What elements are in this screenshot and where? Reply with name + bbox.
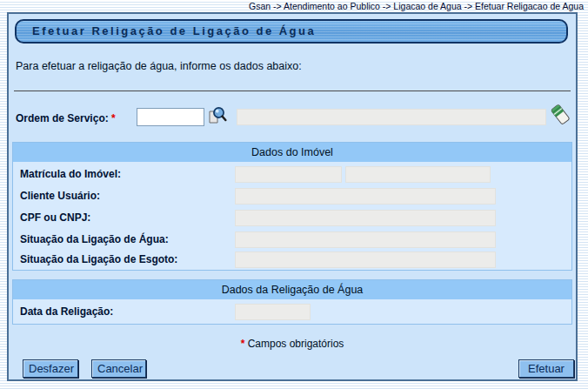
required-asterisk: * (111, 112, 116, 124)
divider (14, 91, 571, 91)
main-panel: Efetuar Religação de Ligação de Água Par… (7, 12, 578, 381)
ordem-servico-input[interactable] (137, 108, 204, 126)
matricula-imovel-field-1 (235, 166, 342, 183)
eraser-icon[interactable] (551, 104, 571, 126)
cpf-cnpj-field (235, 210, 496, 226)
dados-religacao-section: Dados da Religação de Água Data da Relig… (12, 279, 572, 325)
ordem-servico-label-text: Ordem de Serviço: (16, 112, 109, 124)
ordem-servico-description-field (237, 109, 546, 125)
required-asterisk: * (241, 338, 245, 350)
desfazer-button[interactable]: Desfazer (23, 359, 78, 378)
matricula-imovel-field-2 (345, 166, 491, 183)
matricula-imovel-label: Matrícula do Imóvel: (20, 168, 121, 180)
cliente-usuario-field (235, 188, 496, 205)
situacao-agua-field (235, 231, 496, 248)
cliente-usuario-label: Cliente Usuário: (20, 190, 100, 202)
cpf-cnpj-label: CPF ou CNPJ: (20, 211, 90, 224)
dados-imovel-section-title: Dados do Imóvel (13, 143, 571, 162)
dados-imovel-section: Dados do Imóvel Matrícula do Imóvel: Cli… (12, 142, 572, 271)
intro-text: Para efetuar a religação de água, inform… (16, 60, 302, 72)
situacao-esgoto-field (235, 252, 496, 268)
breadcrumb[interactable]: Gsan -> Atendimento ao Publico -> Ligaca… (249, 1, 584, 11)
situacao-esgoto-label: Situação da Ligação de Esgoto: (20, 253, 177, 265)
search-icon[interactable] (207, 105, 227, 125)
data-religacao-field (235, 304, 311, 320)
required-note-text: Campos obrigatórios (248, 338, 344, 350)
efetuar-button[interactable]: Efetuar (518, 359, 574, 378)
ordem-servico-label: Ordem de Serviço: * (16, 112, 116, 124)
dados-religacao-section-title: Dados da Religação de Água (13, 280, 571, 299)
required-fields-note: * Campos obrigatórios (9, 338, 576, 350)
cancelar-button[interactable]: Cancelar (91, 359, 146, 378)
page-title: Efetuar Religação de Ligação de Água (15, 19, 568, 44)
situacao-agua-label: Situação da Ligação de Água: (20, 233, 169, 245)
data-religacao-label: Data da Religação: (20, 305, 113, 318)
